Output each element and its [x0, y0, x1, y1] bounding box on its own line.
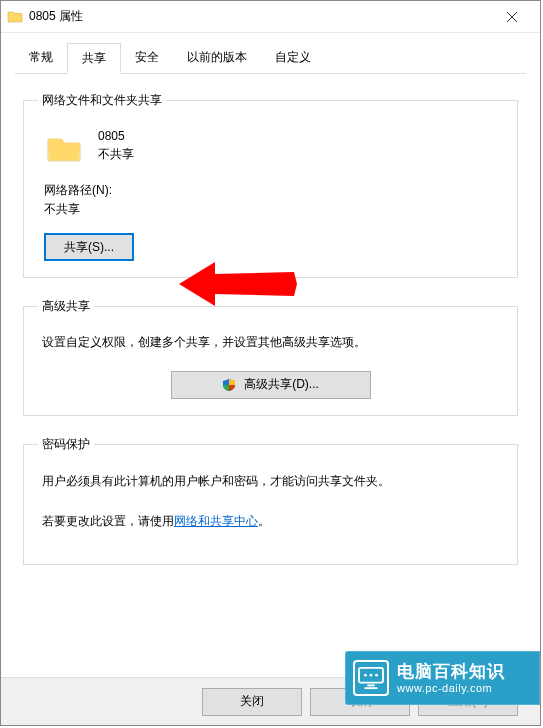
properties-dialog: 0805 属性 常规 共享 安全 以前的版本 自定义 网络文件和文件夹共享 [0, 0, 541, 726]
network-share-legend: 网络文件和文件夹共享 [38, 92, 166, 109]
dialog-footer: 关闭 取消 应用(A) [1, 677, 540, 725]
titlebar[interactable]: 0805 属性 [1, 1, 540, 33]
advanced-share-legend: 高级共享 [38, 298, 94, 315]
share-folder-icon [44, 127, 84, 167]
advanced-share-button-label: 高级共享(D)... [244, 376, 319, 393]
advanced-share-description: 设置自定义权限，创建多个共享，并设置其他高级共享选项。 [42, 333, 499, 352]
close-button[interactable] [490, 2, 534, 32]
network-path-label: 网络路径(N): [44, 181, 503, 200]
cancel-button[interactable]: 取消 [310, 688, 410, 716]
share-folder-name: 0805 [98, 127, 134, 145]
advanced-share-button[interactable]: 高级共享(D)... [171, 371, 371, 399]
network-sharing-center-link[interactable]: 网络和共享中心 [174, 514, 258, 528]
share-button[interactable]: 共享(S)... [44, 233, 134, 261]
password-legend: 密码保护 [38, 436, 94, 453]
close-icon [507, 12, 517, 22]
network-share-group: 网络文件和文件夹共享 0805 不共享 网络路径(N): 不共享 共享(S [23, 92, 518, 278]
tab-previous-versions[interactable]: 以前的版本 [173, 43, 261, 74]
tab-general[interactable]: 常规 [15, 43, 67, 74]
window-title: 0805 属性 [29, 8, 490, 25]
shield-icon [222, 378, 236, 392]
folder-icon [7, 9, 23, 25]
network-path-value: 不共享 [44, 200, 503, 219]
password-text-2-suffix: 。 [258, 514, 270, 528]
apply-button[interactable]: 应用(A) [418, 688, 518, 716]
tab-custom[interactable]: 自定义 [261, 43, 325, 74]
password-text-1: 用户必须具有此计算机的用户帐户和密码，才能访问共享文件夹。 [42, 471, 499, 491]
tab-security[interactable]: 安全 [121, 43, 173, 74]
tab-content: 网络文件和文件夹共享 0805 不共享 网络路径(N): 不共享 共享(S [1, 74, 540, 595]
share-status: 不共享 [98, 145, 134, 163]
password-group: 密码保护 用户必须具有此计算机的用户帐户和密码，才能访问共享文件夹。 若要更改此… [23, 436, 518, 565]
advanced-share-group: 高级共享 设置自定义权限，创建多个共享，并设置其他高级共享选项。 高级共享(D)… [23, 298, 518, 415]
tab-strip: 常规 共享 安全 以前的版本 自定义 [1, 43, 540, 74]
close-dialog-button[interactable]: 关闭 [202, 688, 302, 716]
tab-share[interactable]: 共享 [67, 43, 121, 74]
password-text-2-prefix: 若要更改此设置，请使用 [42, 514, 174, 528]
